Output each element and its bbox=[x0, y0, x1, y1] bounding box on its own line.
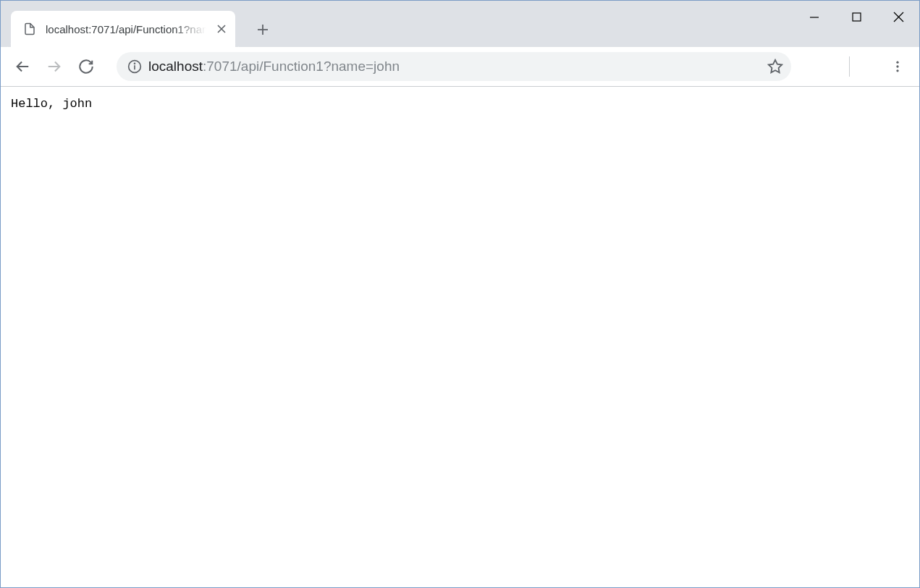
toolbar: localhost:7071/api/Function1?name=john bbox=[1, 47, 919, 87]
svg-point-14 bbox=[896, 61, 898, 64]
titlebar: localhost:7071/api/Function1?name=john bbox=[1, 1, 919, 47]
reload-button[interactable] bbox=[72, 52, 101, 81]
svg-point-12 bbox=[135, 63, 135, 64]
toolbar-separator bbox=[849, 56, 850, 77]
svg-point-16 bbox=[896, 69, 898, 72]
bookmark-button[interactable] bbox=[765, 56, 785, 77]
page-content: Hello, john bbox=[1, 87, 919, 121]
minimize-button[interactable] bbox=[793, 1, 835, 33]
url-path: :7071/api/Function1?name=john bbox=[203, 59, 400, 74]
active-tab[interactable]: localhost:7071/api/Function1?name=john bbox=[11, 11, 235, 47]
forward-button[interactable] bbox=[40, 52, 69, 81]
browser-chrome: localhost:7071/api/Function1?name=john bbox=[1, 1, 919, 87]
back-button[interactable] bbox=[8, 52, 37, 81]
svg-marker-13 bbox=[769, 60, 782, 72]
file-icon bbox=[22, 22, 37, 36]
window-controls bbox=[793, 1, 919, 47]
new-tab-button[interactable] bbox=[250, 17, 276, 43]
url-host: localhost bbox=[148, 59, 203, 74]
address-bar[interactable]: localhost:7071/api/Function1?name=john bbox=[117, 52, 791, 81]
svg-point-15 bbox=[896, 65, 898, 67]
svg-rect-5 bbox=[853, 13, 861, 21]
tab-strip: localhost:7071/api/Function1?name=john bbox=[1, 1, 276, 47]
tab-title: localhost:7071/api/Function1?name=john bbox=[46, 23, 206, 35]
close-tab-button[interactable] bbox=[215, 22, 228, 35]
maximize-button[interactable] bbox=[835, 1, 877, 33]
response-text: Hello, john bbox=[11, 97, 92, 111]
site-info-icon[interactable] bbox=[127, 59, 143, 74]
menu-button[interactable] bbox=[883, 52, 912, 81]
url-text: localhost:7071/api/Function1?name=john bbox=[148, 59, 759, 74]
close-window-button[interactable] bbox=[877, 1, 919, 33]
